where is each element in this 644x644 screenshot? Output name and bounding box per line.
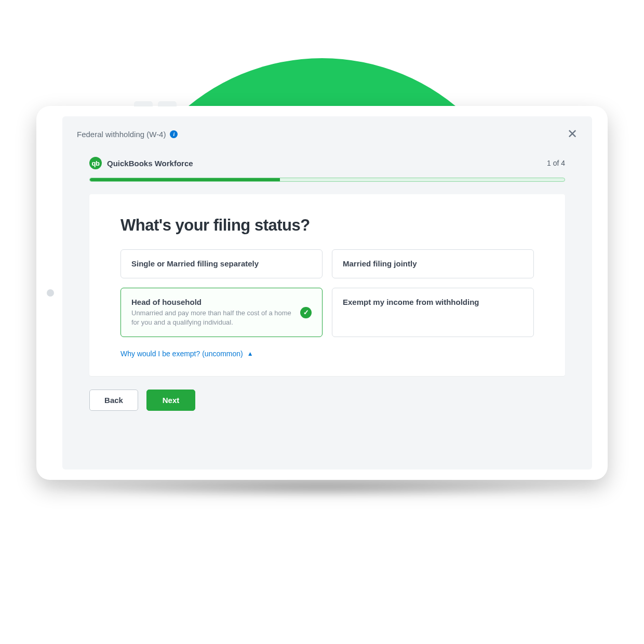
options-grid: Single or Married filling separately Mar… [120,249,534,337]
tablet-nubs [134,101,177,106]
page-title: Federal withholding (W-4) [77,130,166,139]
option-single-married-separate[interactable]: Single or Married filling separately [120,249,323,278]
exempt-info-toggle[interactable]: Why would I be exempt? (uncommon) ▲ [120,350,253,358]
chevron-up-icon: ▲ [247,350,253,357]
brand-row: qb QuickBooks Workforce 1 of 4 [62,144,592,173]
exempt-link-text: Why would I be exempt? (uncommon) [120,350,243,358]
back-button[interactable]: Back [89,390,138,411]
option-label: Married filing jointly [343,259,523,268]
modal-header: Federal withholding (W-4) i ✕ [62,116,592,144]
close-icon[interactable]: ✕ [567,128,578,140]
app-screen: Federal withholding (W-4) i ✕ qb QuickBo… [62,116,592,469]
tablet-shadow [36,477,608,498]
content-card: What's your filing status? Single or Mar… [89,194,565,376]
button-row: Back Next [89,390,565,411]
option-label: Head of household [131,298,294,306]
option-exempt[interactable]: Exempt my income from withholding [332,288,534,337]
step-indicator: 1 of 4 [547,159,565,167]
brand-name: QuickBooks Workforce [107,159,193,168]
checkmark-icon: ✓ [300,307,312,318]
question-heading: What's your filing status? [120,216,534,235]
option-label: Single or Married filling separately [131,259,312,268]
progress-bar [89,178,565,182]
option-description: Unmarried and pay more than half the cos… [131,308,294,327]
option-label: Exempt my income from withholding [343,298,523,306]
quickbooks-logo-icon: qb [89,157,102,169]
info-icon[interactable]: i [170,130,178,138]
option-head-of-household[interactable]: Head of household Unmarried and pay more… [120,288,323,337]
tablet-frame: Federal withholding (W-4) i ✕ qb QuickBo… [36,106,608,480]
tablet-home-dot [47,289,54,297]
option-married-jointly[interactable]: Married filing jointly [332,249,534,278]
progress-fill [90,178,280,181]
next-button[interactable]: Next [146,390,195,411]
